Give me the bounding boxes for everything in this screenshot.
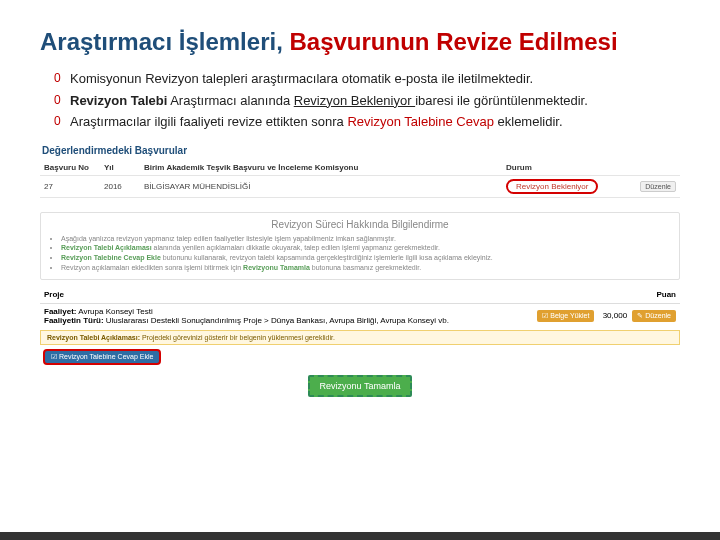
info-item: Revizyon Talebi Açıklaması alanında yeni…	[61, 243, 671, 253]
info-item: Revizyon Talebine Cevap Ekle butonunu ku…	[61, 253, 671, 263]
info-box: Revizyon Süreci Hakkında Bilgilendirme A…	[40, 212, 680, 280]
project-row: Faaliyet: Avrupa Konseyi Testi Faaliyeti…	[40, 304, 680, 328]
footer-bar	[0, 532, 720, 540]
info-item: Revizyon açıklamaları ekledikten sonra i…	[61, 263, 671, 273]
bullet-item: Komisyonun Revizyon talepleri araştırmac…	[58, 70, 680, 88]
bullet-list: Komisyonun Revizyon talepleri araştırmac…	[40, 70, 680, 131]
table-row: 27 2016 BİLGİSAYAR MÜHENDİSLİĞİ Revizyon…	[40, 176, 680, 198]
col-status: Durum	[506, 163, 626, 172]
bullet-item: Araştırmacılar ilgili faaliyeti revize e…	[58, 113, 680, 131]
edit-button[interactable]: Düzenle	[640, 181, 676, 192]
status-badge: Revizyon Bekleniyor	[506, 179, 598, 194]
panel-title: Değerlendirmedeki Başvurular	[42, 145, 680, 156]
bullet-item: Revizyon Talebi Araştırmacı alanında Rev…	[58, 92, 680, 110]
edit-activity-button[interactable]: ✎ Düzenle	[632, 310, 676, 322]
col-commission: Birim Akademik Teşvik Başvuru ve İncelem…	[144, 163, 506, 172]
info-title: Revizyon Süreci Hakkında Bilgilendirme	[49, 219, 671, 230]
col-year: Yıl	[104, 163, 144, 172]
table-header: Başvuru No Yıl Birim Akademik Teşvik Baş…	[40, 160, 680, 176]
complete-revision-button[interactable]: Revizyonu Tamamla	[308, 375, 413, 397]
applications-panel: Değerlendirmedeki Başvurular Başvuru No …	[40, 145, 680, 397]
info-item: Aşağıda yanlızca revizyon yapmanız talep…	[61, 234, 671, 244]
add-revision-reply-button[interactable]: ☑ Revizyon Talebine Cevap Ekle	[43, 349, 161, 365]
score-value: 30,000	[603, 311, 627, 320]
col-no: Başvuru No	[44, 163, 104, 172]
project-header: Proje Puan	[40, 286, 680, 304]
upload-document-button[interactable]: ☑ Belge Yüklet	[537, 310, 594, 322]
slide-title: Araştırmacı İşlemleri, Başvurunun Revize…	[40, 28, 680, 56]
revision-description: Revizyon Talebi Açıklaması: Projedeki gö…	[40, 330, 680, 345]
